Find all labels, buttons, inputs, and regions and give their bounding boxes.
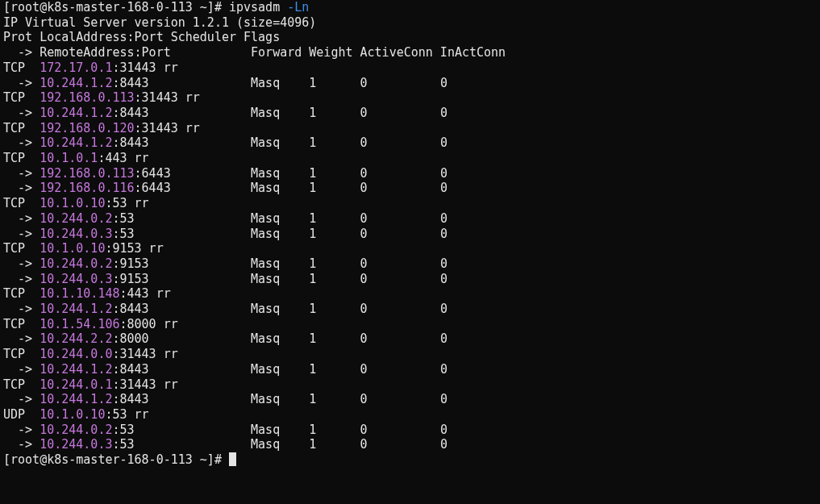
dest-line: -> 10.244.0.3:53 Masq 1 0 0 bbox=[3, 437, 817, 452]
service-port-sched: :53 rr bbox=[105, 407, 148, 422]
weight-cell: 1 bbox=[309, 135, 360, 150]
activeconn-cell: 0 bbox=[360, 106, 440, 120]
dest-line: -> 10.244.1.2:8443 Masq 1 0 0 bbox=[3, 106, 817, 121]
activeconn-cell: 0 bbox=[360, 211, 440, 226]
weight-cell: 1 bbox=[309, 423, 360, 437]
sub-header-line: -> RemoteAddress:Port Forward Weight Act… bbox=[3, 45, 817, 60]
prompt-text-2: [root@k8s-master-168-0-113 ~]# bbox=[3, 452, 229, 467]
dest-line: -> 10.244.1.2:8443 Masq 1 0 0 bbox=[3, 135, 817, 151]
inactconn-cell: 0 bbox=[440, 211, 447, 226]
forward-cell: Masq bbox=[251, 211, 309, 226]
service-line: TCP 172.17.0.1:31443 rr bbox=[3, 60, 817, 76]
dest-line: -> 10.244.2.2:8000 Masq 1 0 0 bbox=[3, 331, 817, 347]
dest-ip: 10.244.1.2 bbox=[40, 76, 112, 90]
service-ip: 172.17.0.1 bbox=[40, 60, 112, 75]
dest-port: :6443 bbox=[135, 166, 171, 181]
activeconn-cell: 0 bbox=[360, 76, 440, 90]
service-port-sched: :31443 rr bbox=[112, 347, 177, 361]
forward-cell: Masq bbox=[251, 331, 309, 346]
inactconn-cell: 0 bbox=[440, 135, 447, 150]
inactconn-cell: 0 bbox=[440, 331, 447, 346]
inactconn-cell: 0 bbox=[440, 302, 447, 316]
dest-port: :8443 bbox=[112, 76, 148, 90]
forward-cell: Masq bbox=[251, 437, 309, 452]
dest-line: -> 192.168.0.116:6443 Masq 1 0 0 bbox=[3, 181, 817, 196]
prompt-line-2[interactable]: [root@k8s-master-168-0-113 ~]# bbox=[3, 452, 817, 468]
forward-cell: Masq bbox=[251, 106, 309, 120]
inactconn-cell: 0 bbox=[440, 76, 447, 90]
dest-line: -> 10.244.0.2:53 Masq 1 0 0 bbox=[3, 211, 817, 227]
weight-cell: 1 bbox=[309, 362, 360, 377]
service-line: UDP 10.1.0.10:53 rr bbox=[3, 407, 817, 423]
service-port-sched: :31443 rr bbox=[112, 377, 177, 392]
dest-port: :9153 bbox=[112, 272, 148, 286]
dest-line: -> 10.244.0.2:9153 Masq 1 0 0 bbox=[3, 256, 817, 272]
terminal-output[interactable]: [root@k8s-master-168-0-113 ~]# ipvsadm -… bbox=[0, 0, 820, 468]
dest-ip: 10.244.1.2 bbox=[40, 392, 112, 406]
dest-port: :53 bbox=[112, 423, 134, 437]
service-ip: 10.1.0.10 bbox=[40, 196, 105, 210]
dest-ip: 10.244.0.3 bbox=[40, 437, 112, 452]
service-ip: 10.1.54.106 bbox=[40, 317, 119, 331]
service-line: TCP 192.168.0.113:31443 rr bbox=[3, 90, 817, 106]
service-ip: 10.1.10.148 bbox=[40, 286, 119, 301]
prompt-text: [root@k8s-master-168-0-113 ~]# bbox=[3, 0, 229, 15]
service-ip: 10.244.0.1 bbox=[40, 377, 112, 392]
weight-cell: 1 bbox=[309, 331, 360, 346]
forward-cell: Masq bbox=[251, 76, 309, 90]
weight-cell: 1 bbox=[309, 181, 360, 195]
service-ip: 10.244.0.0 bbox=[40, 347, 112, 361]
service-port-sched: :31443 rr bbox=[135, 90, 200, 105]
activeconn-cell: 0 bbox=[360, 437, 440, 452]
dest-line: -> 10.244.1.2:8443 Masq 1 0 0 bbox=[3, 392, 817, 407]
version-line: IP Virtual Server version 1.2.1 (size=40… bbox=[3, 15, 817, 31]
forward-cell: Masq bbox=[251, 166, 309, 181]
service-port-sched: :31443 rr bbox=[135, 121, 200, 135]
service-ip: 10.1.0.10 bbox=[40, 241, 105, 256]
dest-line: -> 10.244.0.2:53 Masq 1 0 0 bbox=[3, 423, 817, 438]
command-option: -Ln bbox=[287, 0, 309, 15]
dest-port: :53 bbox=[112, 437, 134, 452]
weight-cell: 1 bbox=[309, 211, 360, 226]
dest-ip: 192.168.0.116 bbox=[40, 181, 134, 195]
header-line: Prot LocalAddress:Port Scheduler Flags bbox=[3, 30, 817, 45]
service-ip: 192.168.0.120 bbox=[40, 121, 134, 135]
weight-cell: 1 bbox=[309, 106, 360, 120]
dest-line: -> 10.244.0.3:53 Masq 1 0 0 bbox=[3, 227, 817, 242]
inactconn-cell: 0 bbox=[440, 256, 447, 271]
dest-port: :9153 bbox=[112, 256, 148, 271]
service-line: TCP 10.1.0.10:53 rr bbox=[3, 196, 817, 211]
dest-ip: 10.244.0.3 bbox=[40, 272, 112, 286]
weight-cell: 1 bbox=[309, 302, 360, 316]
activeconn-cell: 0 bbox=[360, 166, 440, 181]
weight-cell: 1 bbox=[309, 227, 360, 241]
service-line: TCP 10.1.10.148:443 rr bbox=[3, 286, 817, 302]
inactconn-cell: 0 bbox=[440, 423, 447, 437]
service-ip: 10.1.0.10 bbox=[40, 407, 105, 422]
service-port-sched: :31443 rr bbox=[112, 60, 177, 75]
forward-cell: Masq bbox=[251, 362, 309, 377]
service-port-sched: :443 rr bbox=[98, 151, 148, 165]
service-line: TCP 10.244.0.0:31443 rr bbox=[3, 347, 817, 362]
dest-ip: 10.244.1.2 bbox=[40, 302, 112, 316]
inactconn-cell: 0 bbox=[440, 272, 447, 286]
dest-ip: 10.244.2.2 bbox=[40, 331, 112, 346]
service-port-sched: :443 rr bbox=[120, 286, 171, 301]
cursor bbox=[229, 452, 236, 466]
weight-cell: 1 bbox=[309, 256, 360, 271]
dest-ip: 10.244.0.2 bbox=[40, 211, 112, 226]
inactconn-cell: 0 bbox=[440, 227, 447, 241]
service-line: TCP 192.168.0.120:31443 rr bbox=[3, 121, 817, 136]
service-ip: 192.168.0.113 bbox=[40, 90, 134, 105]
activeconn-cell: 0 bbox=[360, 392, 440, 406]
inactconn-cell: 0 bbox=[440, 106, 447, 120]
dest-line: -> 192.168.0.113:6443 Masq 1 0 0 bbox=[3, 166, 817, 181]
activeconn-cell: 0 bbox=[360, 331, 440, 346]
prompt-line-1: [root@k8s-master-168-0-113 ~]# ipvsadm -… bbox=[3, 0, 817, 15]
forward-cell: Masq bbox=[251, 256, 309, 271]
dest-ip: 10.244.0.2 bbox=[40, 423, 112, 437]
weight-cell: 1 bbox=[309, 272, 360, 286]
activeconn-cell: 0 bbox=[360, 362, 440, 377]
inactconn-cell: 0 bbox=[440, 437, 447, 452]
service-ip: 10.1.0.1 bbox=[40, 151, 98, 165]
